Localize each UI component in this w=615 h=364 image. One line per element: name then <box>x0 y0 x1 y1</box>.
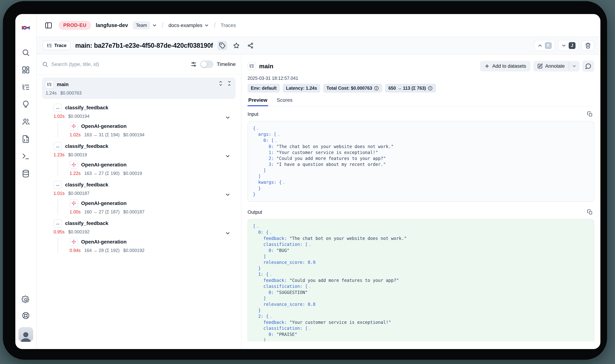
plus-icon <box>484 63 490 69</box>
sidebar-toggle-icon[interactable] <box>43 20 54 31</box>
input-json-viewer[interactable]: {⌄ args: [⌄ 0: [⌄ 0: "The chat bot on yo… <box>247 121 594 202</box>
badge-text: 650 → 113 (Σ 763) <box>388 86 426 91</box>
settings-icon[interactable] <box>21 295 30 304</box>
generation-type-icon: ✣ <box>69 238 78 246</box>
tree-node-span[interactable]: ↔ classify_feedback 1.01s $0.000187 ✣ Op… <box>54 181 236 215</box>
copy-icon[interactable] <box>586 110 594 118</box>
metadata-badge[interactable]: Env: default <box>247 84 280 92</box>
tree-node-generation[interactable]: ✣ OpenAI-generation 1.00s 160 → 27 (Σ 18… <box>57 199 236 215</box>
support-icon[interactable] <box>21 311 30 320</box>
unfold-vertical-icon[interactable] <box>217 80 224 87</box>
generation-name: OpenAI-generation <box>81 123 127 129</box>
trace-type-icon <box>247 62 256 70</box>
users-icon[interactable] <box>21 117 30 126</box>
delete-trace-button[interactable] <box>582 40 594 51</box>
app-window: PROD-EU langfuse-dev Team / docs-example… <box>15 14 601 349</box>
langfuse-logo-icon[interactable] <box>21 25 30 31</box>
add-to-datasets-button[interactable]: Add to datasets <box>480 61 531 72</box>
star-icon[interactable] <box>232 41 241 50</box>
shortcut-key-badge: K <box>545 42 552 49</box>
org-role-badge: Team <box>133 21 150 29</box>
tree-node-root[interactable]: main 1.24s $0.000763 <box>42 78 236 99</box>
badge-text: Latency: 1.24s <box>286 86 317 91</box>
tree-node-generation[interactable]: ✣ OpenAI-generation 0.94s 164 → 28 (Σ 19… <box>57 238 236 253</box>
span-name: classify_feedback <box>65 105 108 111</box>
trace-tree: main 1.24s $0.000763 ↔ classify_feedback… <box>37 75 241 253</box>
tree-node-span[interactable]: ↔ classify_feedback 0.95s $0.000192 ✣ Op… <box>54 219 236 253</box>
span-type-icon: ↔ <box>54 181 62 189</box>
trace-tree-panel: Timeline main 1.24s $0.000763 <box>37 54 241 349</box>
annotate-button-group: Annotate <box>533 61 579 72</box>
environment-badge[interactable]: PROD-EU <box>59 21 91 30</box>
span-type-icon: ↔ <box>54 142 62 150</box>
generation-tokens: 163 → 31 (Σ 194) <box>84 132 120 137</box>
tab-scores[interactable]: Scores <box>276 95 293 106</box>
tree-node-generation[interactable]: ✣ OpenAI-generation 1.02s 163 → 31 (Σ 19… <box>57 122 236 137</box>
detail-tabs: PreviewScores <box>247 95 594 106</box>
metadata-badge[interactable]: 650 → 113 (Σ 763) <box>385 84 436 92</box>
generation-cost: $0.000194 <box>123 132 144 137</box>
share-icon[interactable] <box>246 41 255 50</box>
output-label: Output <box>247 209 262 215</box>
annotate-button[interactable]: Annotate <box>533 61 569 72</box>
generation-type-icon: ✣ <box>69 199 78 208</box>
next-trace-button[interactable]: J <box>558 40 579 51</box>
annotate-menu-button[interactable] <box>569 61 579 72</box>
view-settings-icon[interactable] <box>191 61 197 67</box>
pencil-icon <box>537 63 543 69</box>
tree-node-span[interactable]: ↔ classify_feedback 1.23s $0.00019 ✣ Ope… <box>54 142 236 176</box>
generation-tokens: 164 → 28 (Σ 192) <box>84 248 120 253</box>
output-json-viewer[interactable]: [⌄ 0: {⌄ feedback: "The chat bot on your… <box>247 219 594 341</box>
dashboard-icon[interactable] <box>21 65 30 74</box>
tag-icon[interactable] <box>218 41 227 50</box>
chevron-down-icon[interactable] <box>225 153 231 159</box>
search-icon[interactable] <box>21 48 30 57</box>
generation-cost: $0.000192 <box>123 248 144 253</box>
chevron-down-icon[interactable] <box>225 192 231 198</box>
org-name[interactable]: langfuse-dev <box>96 22 128 28</box>
metadata-badge[interactable]: Latency: 1.24s <box>283 84 320 92</box>
span-duration: 1.01s <box>54 191 65 196</box>
span-list: ↔ classify_feedback 1.02s $0.000194 ✣ Op… <box>42 104 236 253</box>
database-icon[interactable] <box>21 169 30 178</box>
timeline-toggle[interactable] <box>200 61 214 68</box>
org-switcher[interactable]: Team <box>133 21 157 29</box>
chevron-down-icon[interactable] <box>225 230 231 236</box>
generation-duration: 1.02s <box>69 132 81 137</box>
avatar[interactable] <box>18 327 33 342</box>
generation-tokens: 160 → 27 (Σ 187) <box>84 209 120 215</box>
copy-icon[interactable] <box>586 208 594 217</box>
traces-icon[interactable] <box>21 83 30 91</box>
chevron-up-icon <box>537 43 543 48</box>
timeline-toggle-label: Timeline <box>217 61 236 67</box>
prev-trace-button[interactable]: K <box>534 40 555 51</box>
search-icon <box>42 61 48 67</box>
comment-bubble-icon <box>585 63 591 69</box>
search-input[interactable] <box>51 61 187 67</box>
lightbulb-icon[interactable] <box>21 100 30 109</box>
generation-name: OpenAI-generation <box>81 162 127 168</box>
generation-tokens: 163 → 27 (Σ 190) <box>84 171 120 176</box>
chevron-down-icon[interactable] <box>225 115 231 120</box>
generation-name: OpenAI-generation <box>81 239 127 245</box>
trash-icon <box>585 42 591 49</box>
project-switcher[interactable]: docs-examples <box>168 23 209 28</box>
trace-detail-panel: main Add to datasets Annotate <box>241 54 601 341</box>
generation-duration: 1.00s <box>69 209 81 215</box>
fold-vertical-icon[interactable] <box>226 80 233 87</box>
span-cost: $0.00019 <box>68 152 87 157</box>
tree-node-span[interactable]: ↔ classify_feedback 1.02s $0.000194 ✣ Op… <box>54 104 236 137</box>
breadcrumb-current[interactable]: Traces <box>221 23 236 28</box>
comments-button[interactable] <box>582 61 594 72</box>
tree-node-generation[interactable]: ✣ OpenAI-generation 1.22s 163 → 27 (Σ 19… <box>57 161 236 176</box>
file-json-icon[interactable] <box>21 135 30 143</box>
input-label: Input <box>247 112 258 117</box>
span-name: classify_feedback <box>65 143 108 149</box>
detail-title: main <box>259 63 273 70</box>
terminal-icon[interactable] <box>21 152 30 161</box>
root-duration: 1.24s <box>46 91 57 96</box>
span-cost: $0.000192 <box>68 229 89 234</box>
tab-preview[interactable]: Preview <box>247 95 268 106</box>
span-cost: $0.000194 <box>68 114 89 119</box>
metadata-badge[interactable]: Total Cost: $0.000763 <box>323 84 382 92</box>
